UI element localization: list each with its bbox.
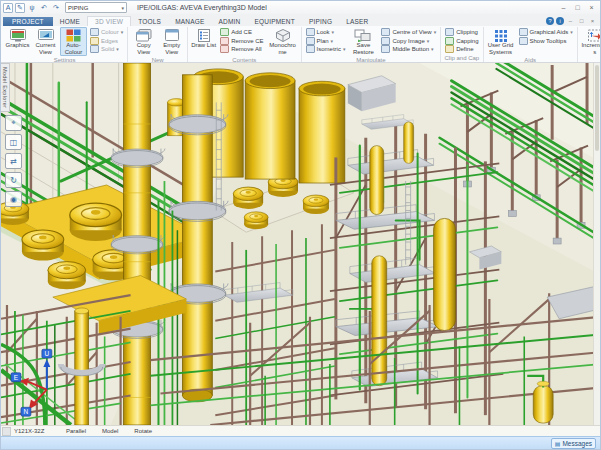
plan-label: Plan: [317, 38, 329, 44]
auto-colour-label: Auto-Colour: [61, 42, 86, 55]
window-title: IPE/OILGAS: AVEVA Everything3D Model: [137, 4, 267, 11]
render-mode[interactable]: Model: [102, 428, 118, 434]
doc-restore-button[interactable]: □: [577, 17, 586, 25]
draw-list-button[interactable]: Draw List: [190, 27, 217, 56]
crosshair-icon[interactable]: ⌖: [5, 115, 22, 131]
show-tooltips-button[interactable]: Show Tooltips: [517, 37, 575, 46]
app-icon[interactable]: A: [3, 3, 13, 13]
clipping-button[interactable]: Clipping: [443, 28, 480, 37]
plan-icon: [306, 37, 315, 45]
empty-view-label: Empty View: [159, 42, 184, 55]
connection-icon[interactable]: ψ: [27, 3, 37, 13]
look-label: Look: [317, 29, 330, 35]
window-controls: – □ ×: [557, 3, 598, 13]
graphical-aids-label: Graphical Aids: [530, 29, 569, 35]
centre-of-view-button[interactable]: Centre of View▾: [379, 28, 438, 37]
views-icon[interactable]: ◫: [5, 134, 22, 150]
remove-all-label: Remove All: [231, 46, 261, 52]
copy-view-label: Copy View: [131, 42, 156, 55]
tab-piping[interactable]: PIPING: [302, 17, 339, 26]
chevron-down-icon: ▾: [121, 5, 124, 11]
middle-button-button[interactable]: Middle Button▾: [379, 45, 438, 54]
remove-all-icon: [220, 45, 229, 53]
plan-button[interactable]: Plan▾: [304, 37, 348, 46]
monochrome-button[interactable]: Monochrome: [267, 27, 299, 56]
navigation-mode[interactable]: Rotate: [134, 428, 152, 434]
copy-view-button[interactable]: Copy View: [130, 27, 157, 56]
add-ce-button[interactable]: Add CE: [218, 28, 265, 37]
tab-3d-view[interactable]: 3D VIEW: [87, 16, 131, 26]
capping-icon: [445, 37, 454, 45]
copy-image-icon: [381, 37, 390, 45]
define-button[interactable]: Define: [443, 45, 480, 54]
tab-manage[interactable]: MANAGE: [168, 17, 211, 26]
solid-button[interactable]: Solid▾: [88, 45, 125, 54]
redo-icon[interactable]: ↷: [51, 3, 61, 13]
ribbon-group-manipulate: Look▾ Plan▾ Isometric▾ Save Restore Cent…: [302, 27, 442, 62]
capping-button[interactable]: Capping: [443, 37, 480, 46]
chevron-down-icon: ▾: [434, 29, 437, 35]
auto-colour-button[interactable]: Auto-Colour: [60, 27, 87, 56]
scrollbar-thumb[interactable]: [595, 65, 599, 151]
tab-home[interactable]: HOME: [53, 17, 87, 26]
axis-up-label: U: [45, 350, 50, 357]
pan-icon[interactable]: ⇄: [5, 153, 22, 169]
chevron-down-icon: ▾: [116, 46, 119, 52]
current-view-button[interactable]: Current View: [32, 27, 59, 56]
doc-minimize-button[interactable]: –: [566, 17, 575, 25]
add-ce-label: Add CE: [231, 29, 252, 35]
ribbon-tab-bar: PROJECT HOME 3D VIEW TOOLS MANAGE ADMIN …: [1, 14, 600, 26]
look-button[interactable]: Look▾: [304, 28, 348, 37]
minimize-button[interactable]: –: [557, 3, 570, 13]
graphics-label: Graphics: [5, 42, 29, 49]
discipline-combobox[interactable]: PIPING ▾: [65, 2, 127, 13]
edit-icon[interactable]: ✎: [15, 3, 25, 13]
close-button[interactable]: ×: [585, 3, 598, 13]
maximize-button[interactable]: □: [571, 3, 584, 13]
copy-image-button[interactable]: Copy Image▾: [379, 37, 438, 46]
clipping-label: Clipping: [456, 29, 478, 35]
info-icon[interactable]: i: [556, 17, 564, 25]
view-toolbar: ⌖ ◫ ⇄ ↻ ◉: [5, 115, 22, 207]
tab-admin[interactable]: ADMIN: [212, 17, 248, 26]
help-icon[interactable]: ?: [546, 17, 554, 25]
graphics-button[interactable]: Graphics: [4, 27, 31, 56]
ribbon-group-label: Clip and Cap: [443, 54, 480, 62]
ribbon-group-label: Contents: [190, 56, 298, 63]
edges-button[interactable]: Edges: [88, 37, 125, 46]
axis-north-label: N: [24, 408, 29, 415]
messages-button[interactable]: ▤ Messages: [551, 438, 596, 449]
colour-button[interactable]: Colour▾: [88, 28, 125, 37]
tab-equipment[interactable]: EQUIPMENT: [247, 17, 301, 26]
empty-view-button[interactable]: Empty View: [158, 27, 185, 56]
edges-label: Edges: [101, 38, 118, 44]
colour-icon: [90, 28, 99, 36]
snapshot-icon[interactable]: ◉: [5, 191, 22, 207]
graphics-icon: [9, 29, 27, 42]
tab-project[interactable]: PROJECT: [3, 17, 53, 26]
undo-icon[interactable]: ↶: [39, 3, 49, 13]
increments-button[interactable]: Increments: [580, 27, 600, 56]
projection-mode[interactable]: Parallel: [66, 428, 86, 434]
capping-label: Capping: [456, 38, 478, 44]
save-restore-button[interactable]: Save Restore: [348, 27, 378, 56]
ribbon-group-contents: Draw List Add CE Remove CE Remove All Mo…: [188, 27, 301, 62]
model-3d-view[interactable]: U E N: [1, 63, 600, 425]
tab-tools[interactable]: TOOLS: [131, 17, 168, 26]
doc-close-button[interactable]: ×: [588, 17, 597, 25]
tab-laser[interactable]: LASER: [339, 17, 375, 26]
define-icon: [445, 45, 454, 53]
remove-ce-button[interactable]: Remove CE: [218, 37, 265, 46]
ribbon-group-settings: Graphics Current View Auto-Colour Colour…: [2, 27, 128, 62]
middle-button-icon: [381, 45, 390, 53]
viewport-scrollbar[interactable]: [593, 63, 600, 425]
ribbon-group-label: Settings: [4, 56, 125, 63]
rotate-icon[interactable]: ↻: [5, 172, 22, 188]
model-explorer-panel-tab[interactable]: Model Explorer: [1, 63, 10, 112]
isometric-button[interactable]: Isometric▾: [304, 45, 348, 54]
increments-label: Increments: [581, 42, 600, 55]
remove-all-button[interactable]: Remove All: [218, 45, 265, 54]
user-grid-systems-button[interactable]: User Grid Systems: [486, 27, 516, 56]
messages-icon: ▤: [555, 440, 561, 447]
graphical-aids-button[interactable]: Graphical Aids▾: [517, 28, 575, 37]
